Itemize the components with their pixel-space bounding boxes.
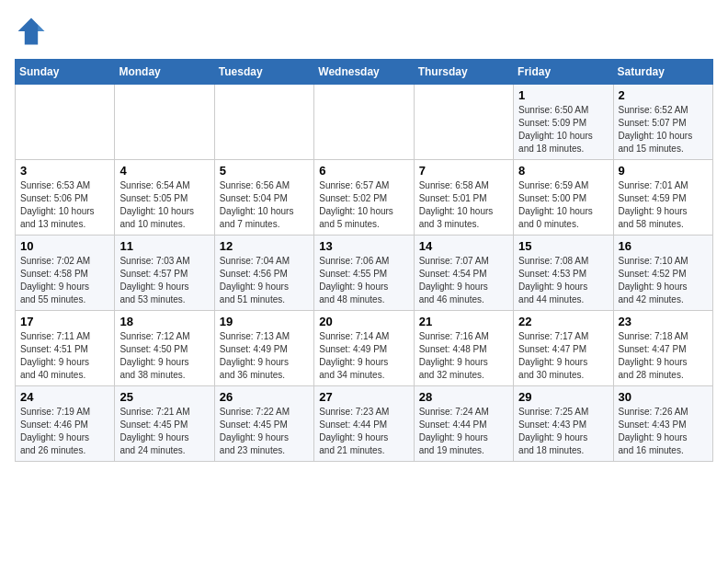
calendar-cell: 20Sunrise: 7:14 AM Sunset: 4:49 PM Dayli…: [314, 311, 414, 386]
weekday-header-row: SundayMondayTuesdayWednesdayThursdayFrid…: [16, 60, 713, 85]
day-info: Sunrise: 7:07 AM Sunset: 4:54 PM Dayligh…: [419, 255, 508, 306]
day-info: Sunrise: 7:21 AM Sunset: 4:45 PM Dayligh…: [119, 406, 209, 457]
day-number: 6: [319, 164, 408, 178]
day-info: Sunrise: 7:23 AM Sunset: 4:44 PM Dayligh…: [319, 406, 408, 457]
calendar-cell: 24Sunrise: 7:19 AM Sunset: 4:46 PM Dayli…: [16, 386, 115, 462]
day-info: Sunrise: 6:59 AM Sunset: 5:00 PM Dayligh…: [518, 179, 608, 231]
day-number: 18: [119, 315, 209, 328]
day-info: Sunrise: 7:04 AM Sunset: 4:56 PM Dayligh…: [220, 255, 309, 306]
calendar-week-1: 1Sunrise: 6:50 AM Sunset: 5:09 PM Daylig…: [16, 85, 713, 160]
day-number: 20: [319, 315, 408, 328]
day-info: Sunrise: 6:53 AM Sunset: 5:06 PM Dayligh…: [20, 179, 109, 231]
day-number: 25: [119, 390, 209, 404]
day-info: Sunrise: 6:52 AM Sunset: 5:07 PM Dayligh…: [619, 104, 708, 155]
day-number: 5: [220, 164, 309, 178]
day-info: Sunrise: 7:06 AM Sunset: 4:55 PM Dayligh…: [319, 255, 408, 306]
day-number: 15: [518, 239, 608, 253]
calendar-week-4: 17Sunrise: 7:11 AM Sunset: 4:51 PM Dayli…: [16, 311, 713, 386]
weekday-header-saturday: Saturday: [613, 60, 712, 85]
day-number: 27: [319, 390, 408, 404]
day-number: 4: [119, 164, 209, 178]
calendar-cell: [16, 85, 115, 160]
calendar-cell: 2Sunrise: 6:52 AM Sunset: 5:07 PM Daylig…: [613, 85, 712, 160]
calendar-cell: 7Sunrise: 6:58 AM Sunset: 5:01 PM Daylig…: [414, 160, 513, 236]
day-info: Sunrise: 7:10 AM Sunset: 4:52 PM Dayligh…: [619, 255, 708, 306]
page-header: [15, 15, 713, 48]
calendar-cell: 9Sunrise: 7:01 AM Sunset: 4:59 PM Daylig…: [613, 160, 712, 236]
day-number: 24: [20, 390, 109, 404]
day-number: 30: [619, 390, 708, 404]
day-info: Sunrise: 7:16 AM Sunset: 4:48 PM Dayligh…: [419, 330, 508, 382]
day-number: 19: [220, 315, 309, 328]
calendar-cell: 25Sunrise: 7:21 AM Sunset: 4:45 PM Dayli…: [115, 386, 214, 462]
day-info: Sunrise: 7:13 AM Sunset: 4:49 PM Dayligh…: [220, 330, 309, 382]
calendar-cell: 30Sunrise: 7:26 AM Sunset: 4:43 PM Dayli…: [613, 386, 712, 462]
day-number: 17: [20, 315, 109, 328]
day-info: Sunrise: 6:57 AM Sunset: 5:02 PM Dayligh…: [319, 179, 408, 231]
calendar-cell: 13Sunrise: 7:06 AM Sunset: 4:55 PM Dayli…: [314, 236, 414, 311]
day-info: Sunrise: 6:50 AM Sunset: 5:09 PM Dayligh…: [518, 104, 608, 155]
calendar-cell: 27Sunrise: 7:23 AM Sunset: 4:44 PM Dayli…: [314, 386, 414, 462]
calendar-cell: 28Sunrise: 7:24 AM Sunset: 4:44 PM Dayli…: [414, 386, 513, 462]
calendar-cell: [414, 85, 513, 160]
day-number: 22: [518, 315, 608, 328]
day-info: Sunrise: 7:18 AM Sunset: 4:47 PM Dayligh…: [619, 330, 708, 382]
day-info: Sunrise: 7:26 AM Sunset: 4:43 PM Dayligh…: [619, 406, 708, 457]
calendar-week-2: 3Sunrise: 6:53 AM Sunset: 5:06 PM Daylig…: [16, 160, 713, 236]
day-info: Sunrise: 6:58 AM Sunset: 5:01 PM Dayligh…: [419, 179, 508, 231]
weekday-header-friday: Friday: [514, 60, 613, 85]
day-info: Sunrise: 7:08 AM Sunset: 4:53 PM Dayligh…: [518, 255, 608, 306]
calendar-cell: 22Sunrise: 7:17 AM Sunset: 4:47 PM Dayli…: [514, 311, 613, 386]
calendar-cell: 10Sunrise: 7:02 AM Sunset: 4:58 PM Dayli…: [16, 236, 115, 311]
day-info: Sunrise: 7:25 AM Sunset: 4:43 PM Dayligh…: [518, 406, 608, 457]
day-number: 9: [619, 164, 708, 178]
day-number: 23: [619, 315, 708, 328]
day-number: 28: [419, 390, 508, 404]
calendar-cell: 17Sunrise: 7:11 AM Sunset: 4:51 PM Dayli…: [16, 311, 115, 386]
day-number: 16: [619, 239, 708, 253]
calendar-cell: [314, 85, 414, 160]
day-number: 12: [220, 239, 309, 253]
calendar-cell: 16Sunrise: 7:10 AM Sunset: 4:52 PM Dayli…: [613, 236, 712, 311]
calendar-cell: 11Sunrise: 7:03 AM Sunset: 4:57 PM Dayli…: [115, 236, 214, 311]
calendar-cell: 12Sunrise: 7:04 AM Sunset: 4:56 PM Dayli…: [214, 236, 313, 311]
day-info: Sunrise: 7:02 AM Sunset: 4:58 PM Dayligh…: [20, 255, 109, 306]
calendar-cell: 8Sunrise: 6:59 AM Sunset: 5:00 PM Daylig…: [514, 160, 613, 236]
weekday-header-monday: Monday: [115, 60, 214, 85]
calendar-cell: 23Sunrise: 7:18 AM Sunset: 4:47 PM Dayli…: [613, 311, 712, 386]
calendar-table: SundayMondayTuesdayWednesdayThursdayFrid…: [15, 59, 713, 462]
day-info: Sunrise: 7:24 AM Sunset: 4:44 PM Dayligh…: [419, 406, 508, 457]
calendar-cell: 5Sunrise: 6:56 AM Sunset: 5:04 PM Daylig…: [214, 160, 313, 236]
calendar-cell: 15Sunrise: 7:08 AM Sunset: 4:53 PM Dayli…: [514, 236, 613, 311]
day-number: 7: [419, 164, 508, 178]
day-info: Sunrise: 7:14 AM Sunset: 4:49 PM Dayligh…: [319, 330, 408, 382]
calendar-week-3: 10Sunrise: 7:02 AM Sunset: 4:58 PM Dayli…: [16, 236, 713, 311]
day-number: 29: [518, 390, 608, 404]
day-number: 14: [419, 239, 508, 253]
day-number: 10: [20, 239, 109, 253]
day-info: Sunrise: 6:56 AM Sunset: 5:04 PM Dayligh…: [220, 179, 309, 231]
day-info: Sunrise: 7:17 AM Sunset: 4:47 PM Dayligh…: [518, 330, 608, 382]
day-number: 3: [20, 164, 109, 178]
calendar-cell: 4Sunrise: 6:54 AM Sunset: 5:05 PM Daylig…: [115, 160, 214, 236]
day-info: Sunrise: 7:22 AM Sunset: 4:45 PM Dayligh…: [220, 406, 309, 457]
day-number: 11: [119, 239, 209, 253]
day-info: Sunrise: 7:12 AM Sunset: 4:50 PM Dayligh…: [119, 330, 209, 382]
calendar-cell: 14Sunrise: 7:07 AM Sunset: 4:54 PM Dayli…: [414, 236, 513, 311]
calendar-cell: 18Sunrise: 7:12 AM Sunset: 4:50 PM Dayli…: [115, 311, 214, 386]
calendar-cell: [214, 85, 313, 160]
day-number: 2: [619, 88, 708, 102]
weekday-header-wednesday: Wednesday: [314, 60, 414, 85]
calendar-cell: 19Sunrise: 7:13 AM Sunset: 4:49 PM Dayli…: [214, 311, 313, 386]
weekday-header-thursday: Thursday: [414, 60, 513, 85]
day-number: 21: [419, 315, 508, 328]
calendar-cell: 3Sunrise: 6:53 AM Sunset: 5:06 PM Daylig…: [16, 160, 115, 236]
calendar-cell: 26Sunrise: 7:22 AM Sunset: 4:45 PM Dayli…: [214, 386, 313, 462]
weekday-header-tuesday: Tuesday: [214, 60, 313, 85]
day-info: Sunrise: 7:01 AM Sunset: 4:59 PM Dayligh…: [619, 179, 708, 231]
day-info: Sunrise: 7:11 AM Sunset: 4:51 PM Dayligh…: [20, 330, 109, 382]
day-number: 13: [319, 239, 408, 253]
calendar-cell: 6Sunrise: 6:57 AM Sunset: 5:02 PM Daylig…: [314, 160, 414, 236]
calendar-week-5: 24Sunrise: 7:19 AM Sunset: 4:46 PM Dayli…: [16, 386, 713, 462]
day-info: Sunrise: 7:03 AM Sunset: 4:57 PM Dayligh…: [119, 255, 209, 306]
